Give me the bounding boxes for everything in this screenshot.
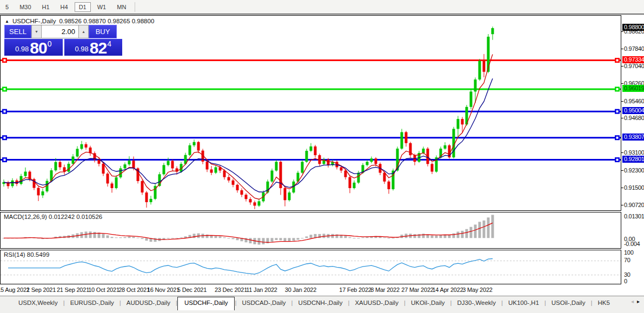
candle — [228, 177, 230, 181]
macd-histogram-bar — [271, 238, 274, 242]
sell-price-prefix: 0.98 — [15, 45, 29, 53]
candle — [470, 91, 473, 106]
chart-ohlc-values: 0.98526 0.98870 0.98265 0.98800 — [59, 18, 154, 24]
date-label: 17 Feb 2022 — [339, 287, 371, 293]
candle — [107, 174, 109, 183]
macd-histogram-bar — [228, 238, 230, 238]
candle — [215, 167, 217, 172]
sell-button[interactable]: SELL — [4, 25, 31, 38]
candle — [370, 158, 373, 162]
candle — [167, 161, 170, 165]
macd-indicator-panel[interactable]: MACD(12,26,9) 0.012242 0.010526 — [0, 212, 621, 249]
price-level-badge: 0.93807 — [622, 134, 644, 141]
buy-price-display[interactable]: 0.98 82 4 — [64, 39, 123, 56]
chart-header: ▲ USDCHF-,Daily 0.98526 0.98870 0.98265 … — [5, 18, 154, 24]
candle — [145, 192, 148, 202]
candle — [128, 161, 131, 164]
chart-tab-audusd-daily[interactable]: AUDUSD-,Daily — [121, 297, 176, 309]
macd-histogram-bar — [388, 238, 390, 238]
price-tick-label: 0.90720 — [624, 202, 644, 208]
macd-histogram-bar — [141, 238, 144, 239]
macd-histogram-bar — [102, 234, 105, 238]
candle — [236, 185, 239, 190]
timeframe-button-mn[interactable]: MN — [112, 2, 130, 12]
candle — [474, 79, 477, 91]
volume-input[interactable] — [42, 25, 78, 38]
rsi-axis-label: 30 — [624, 271, 630, 278]
macd-histogram-bar — [383, 237, 386, 238]
timeframe-button-m30[interactable]: M30 — [15, 2, 35, 12]
macd-histogram-bar — [297, 238, 300, 239]
macd-histogram-bar — [280, 238, 282, 240]
candle — [85, 144, 88, 148]
chart-tab-eurusd-daily[interactable]: EURUSD-,Daily — [65, 297, 119, 309]
tab-scroll-left-icon[interactable]: ◂ — [631, 298, 634, 304]
axis-tickmark — [621, 66, 623, 66]
candle — [197, 142, 200, 151]
macd-histogram-bar — [111, 237, 114, 238]
chart-tab-xauusd-daily[interactable]: XAUUSD-,Daily — [349, 297, 404, 309]
chart-tab-bar: USDX,Weekly|EURUSD-,Daily|AUDUSD-,Daily|… — [0, 296, 644, 313]
chart-tab-usdx-weekly[interactable]: USDX,Weekly — [13, 297, 63, 309]
rsi-indicator-panel[interactable]: RSI(14) 80.5499 — [0, 250, 621, 284]
chart-tab-usoil-daily[interactable]: USOil-,Daily — [546, 297, 591, 309]
timeframe-button-5[interactable]: 5 — [1, 2, 13, 12]
candle — [306, 151, 308, 162]
macd-histogram-bar — [362, 237, 364, 238]
date-label: 8 Mar 2022 — [370, 287, 400, 293]
chart-tab-dj30-weekly[interactable]: DJ30-,Weekly — [452, 297, 501, 309]
chart-tab-usdcnh-daily[interactable]: USDCNH-,Daily — [293, 297, 348, 309]
candle — [37, 188, 40, 196]
volume-increase-icon[interactable]: ▴ — [78, 25, 89, 38]
line-handle-center — [4, 110, 6, 112]
candle — [431, 164, 434, 171]
axis-tickmark — [621, 188, 623, 188]
macd-histogram-bar — [422, 234, 425, 238]
axis-tickmark — [621, 83, 623, 84]
price-tick-label: 0.94680 — [624, 115, 644, 121]
price-axis[interactable]: 0.986200.978400.970400.962600.954600.946… — [621, 15, 644, 284]
chart-tab-hk5[interactable]: HK5 — [592, 297, 615, 309]
timeframe-button-w1[interactable]: W1 — [93, 2, 111, 12]
volume-decrease-icon[interactable]: ▾ — [31, 25, 42, 38]
macd-histogram-bar — [470, 227, 473, 238]
date-label: 27 Mar 2022 — [401, 287, 434, 293]
ma-fast-line — [4, 55, 493, 199]
candle — [132, 161, 135, 168]
candle — [340, 167, 343, 170]
macd-histogram-bar — [418, 234, 421, 238]
ma-slow-line — [4, 78, 493, 192]
one-click-trade-panel: SELL ▾ ▴ BUY 0.98 80 0 0.98 82 4 — [4, 25, 122, 56]
chart-tab-usdcad-daily[interactable]: USDCAD-,Daily — [236, 297, 291, 309]
candle — [210, 169, 213, 172]
candle — [254, 202, 256, 205]
candle — [479, 61, 481, 80]
candle — [258, 201, 261, 205]
timeframe-button-h4[interactable]: H4 — [56, 2, 72, 12]
line-handle-center — [4, 137, 6, 139]
macd-histogram-bar — [119, 237, 122, 238]
chart-tab-ukoil-daily[interactable]: UKOil-,Daily — [406, 297, 450, 309]
time-axis[interactable]: 15 Aug 20212 Sep 202121 Sep 202110 Oct 2… — [0, 285, 644, 295]
tab-scroll-right-icon[interactable]: ▸ — [637, 298, 640, 304]
axis-tickmark — [621, 170, 623, 171]
chart-tab-uk100-h1[interactable]: UK100-,H1 — [503, 297, 545, 309]
date-label: 5 Dec 2021 — [177, 287, 207, 293]
macd-axis-label: -0.004 — [624, 241, 640, 247]
macd-histogram-bar — [461, 231, 464, 238]
sell-price-display[interactable]: 0.98 80 0 — [4, 39, 63, 56]
macd-histogram-bar — [145, 238, 148, 241]
timeframe-button-h1[interactable]: H1 — [38, 2, 54, 12]
line-handle-center — [616, 137, 619, 139]
timeframe-button-d1[interactable]: D1 — [75, 2, 91, 12]
chart-tab-usdchf-daily[interactable]: USDCHF-,Daily — [177, 297, 235, 310]
macd-histogram-bar — [171, 238, 174, 238]
buy-button[interactable]: BUY — [89, 25, 117, 38]
candle — [461, 119, 464, 124]
macd-histogram-bar — [310, 235, 313, 238]
collapse-panel-icon[interactable]: ▲ — [5, 19, 9, 24]
candle — [284, 188, 287, 200]
macd-histogram-bar — [487, 217, 490, 238]
macd-histogram-bar — [215, 236, 217, 238]
rsi-axis-label: 70 — [624, 257, 630, 263]
